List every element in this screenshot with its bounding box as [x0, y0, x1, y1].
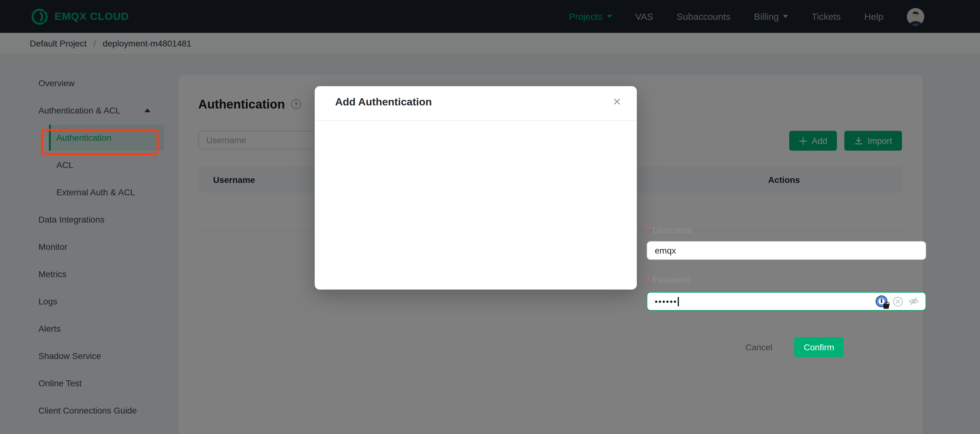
onepassword-extension-icon[interactable]: [875, 295, 888, 308]
username-field[interactable]: [647, 241, 926, 260]
text-cursor: [678, 297, 679, 306]
close-icon[interactable]: ✕: [609, 95, 624, 110]
required-asterisk: *: [647, 225, 650, 235]
username-field-label: *Username: [647, 225, 692, 235]
add-authentication-dialog: Add Authentication ✕ *Username *Password…: [315, 86, 637, 290]
clear-input-icon[interactable]: [892, 296, 903, 306]
annotation-highlight-box: [41, 129, 159, 155]
cancel-button[interactable]: Cancel: [745, 338, 773, 356]
dialog-header: Add Authentication ✕: [315, 86, 637, 121]
password-field[interactable]: ••••••: [647, 292, 926, 311]
password-field-label: *Password: [647, 274, 691, 285]
app-viewport: EMQX CLOUD Projects VAS Subaccounts Bill…: [0, 0, 980, 434]
required-asterisk: *: [647, 274, 650, 285]
password-masked-value: ••••••: [655, 297, 678, 306]
confirm-button[interactable]: Confirm: [794, 337, 844, 357]
eye-off-icon[interactable]: [908, 296, 919, 307]
dialog-title: Add Authentication: [335, 96, 432, 108]
lock-badge-icon: [883, 304, 889, 309]
